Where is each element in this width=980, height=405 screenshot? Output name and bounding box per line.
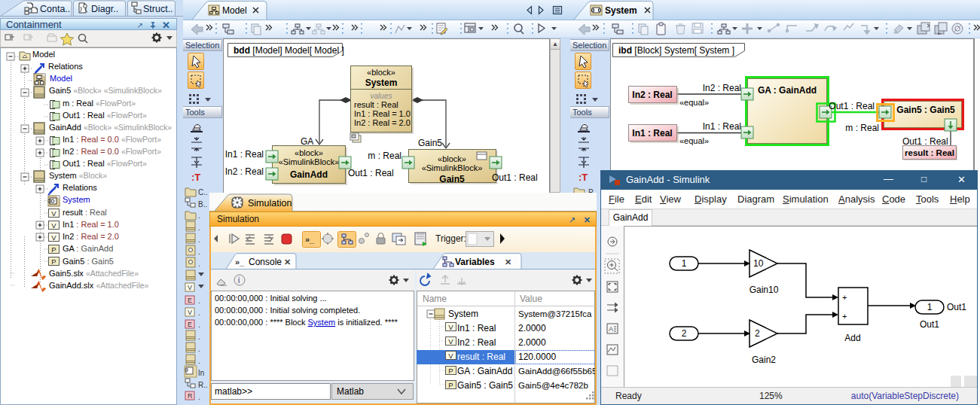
svg-text:Add: Add <box>844 333 860 343</box>
svg-text:00:00:00,000 : Initial solving: 00:00:00,000 : Initial solving ... <box>215 294 327 303</box>
svg-text:Out1: Out1 <box>920 319 939 330</box>
svg-text:.: . <box>198 357 200 365</box>
svg-text:Struct..: Struct.. <box>143 4 173 14</box>
svg-text:C..: C.. <box>198 188 208 196</box>
svg-text:Out1: Out1 <box>947 302 966 312</box>
svg-text:System: System <box>365 78 398 88</box>
svg-text:ibd [Block] System[ System ]: ibd [Block] System[ System ] <box>618 45 734 56</box>
svg-text:1: 1 <box>682 258 687 269</box>
svg-text:result : Real: result : Real <box>354 100 398 109</box>
svg-text:GA : GainAdd: GA : GainAdd <box>457 366 512 376</box>
svg-text:Model: Model <box>222 5 247 16</box>
svg-text:Out1 : Real: Out1 : Real <box>829 101 875 111</box>
svg-text:Gain5: Gain5 <box>418 138 442 148</box>
svg-text:bdd [Model] Model[ Model ]: bdd [Model] Model[ Model ] <box>234 45 344 56</box>
svg-text:.: . <box>198 248 200 256</box>
svg-text:System@37215fca: System@37215fca <box>518 309 592 318</box>
svg-text:Value: Value <box>520 294 542 304</box>
svg-text:values: values <box>371 92 392 100</box>
svg-text:.: . <box>198 236 200 244</box>
svg-text:result : Real: result : Real <box>457 352 505 362</box>
svg-text:»_: »_ <box>305 235 315 244</box>
svg-text:In2 : Real: In2 : Real <box>632 90 672 100</box>
svg-text:Gain10: Gain10 <box>750 285 779 295</box>
svg-text:In2 : Real: In2 : Real <box>225 166 264 177</box>
svg-text:Gain2: Gain2 <box>752 355 776 365</box>
svg-text:B..: B.. <box>198 200 207 209</box>
svg-text:«equal»: «equal» <box>679 98 709 107</box>
svg-text:System: System <box>605 5 637 16</box>
svg-text:Trigger:: Trigger: <box>435 233 466 244</box>
svg-text:2.0000: 2.0000 <box>518 337 546 348</box>
svg-text:.: . <box>198 333 200 341</box>
svg-text:2: 2 <box>755 328 760 339</box>
svg-text:«block»: «block» <box>438 154 466 163</box>
svg-text:In1 : Real: In1 : Real <box>703 121 741 132</box>
svg-text:Gain5 : Gain5: Gain5 : Gain5 <box>896 105 955 115</box>
svg-text:In1 : Real: In1 : Real <box>457 323 496 333</box>
svg-text:In: In <box>198 369 204 377</box>
svg-text:In2 : Real: In2 : Real <box>457 337 496 348</box>
svg-text:+: + <box>842 293 847 302</box>
svg-text:«equal»: «equal» <box>679 136 709 145</box>
svg-text:V: V <box>188 284 192 291</box>
svg-text:In1 : Real = 1.0: In1 : Real = 1.0 <box>354 109 411 118</box>
svg-text:»_: »_ <box>235 257 245 266</box>
svg-text::T: :T <box>191 172 200 182</box>
svg-text:✕: ✕ <box>505 257 511 266</box>
svg-text:Conta..: Conta.. <box>40 4 70 14</box>
svg-text:R: R <box>188 392 193 400</box>
svg-text:.: . <box>198 260 200 268</box>
svg-text:Variables: Variables <box>455 257 495 267</box>
svg-text:00:00:00,000 : **** Block Syst: 00:00:00,000 : **** Block System is init… <box>215 318 398 327</box>
svg-text:GainAdd: GainAdd <box>290 169 328 180</box>
svg-text:✕: ✕ <box>284 257 291 266</box>
svg-text:120.0000: 120.0000 <box>518 352 556 362</box>
svg-text:.: . <box>198 309 200 317</box>
svg-text:.: . <box>198 321 200 329</box>
svg-text:.: . <box>198 297 200 305</box>
svg-text:2.0000: 2.0000 <box>518 323 546 333</box>
svg-text:Diagr..: Diagr.. <box>91 4 118 14</box>
svg-text:Simulation: Simulation <box>248 198 292 209</box>
svg-text:i: i <box>238 276 240 285</box>
svg-text:+: + <box>842 312 847 321</box>
svg-text:Name: Name <box>423 294 447 304</box>
svg-text:GainAdd@66f55b65: GainAdd@66f55b65 <box>518 367 595 376</box>
svg-text:.: . <box>198 393 200 401</box>
svg-text:«SimulinkBlock»: «SimulinkBlock» <box>422 163 483 172</box>
svg-text:GA: GA <box>301 136 313 147</box>
svg-text:A: A <box>609 325 613 333</box>
svg-text:Gain5@4e4c782b: Gain5@4e4c782b <box>518 381 588 390</box>
svg-text:Console: Console <box>249 257 282 267</box>
svg-text:GA : GainAdd: GA : GainAdd <box>758 85 817 96</box>
svg-text:R..: R.. <box>198 381 208 389</box>
svg-text:m : Real: m : Real <box>845 123 879 133</box>
svg-text:result : Real: result : Real <box>905 148 954 157</box>
svg-text:Out1 : Real: Out1 : Real <box>348 168 394 178</box>
svg-text::T: :T <box>579 172 588 183</box>
svg-text:E: E <box>188 321 192 328</box>
svg-text:Gain5 : Gain5: Gain5 : Gain5 <box>457 380 513 391</box>
svg-text:00:00:00,000 : Initial solving: 00:00:00,000 : Initial solving completed… <box>215 306 360 315</box>
svg-text:Matlab: Matlab <box>337 386 364 397</box>
svg-text:V: V <box>188 309 192 316</box>
svg-text:Out1 : Real: Out1 : Real <box>492 172 538 183</box>
svg-text:.: . <box>198 345 200 353</box>
svg-text:In1 : Real: In1 : Real <box>225 149 264 160</box>
svg-text:«SimulinkBlock»: «SimulinkBlock» <box>279 157 340 166</box>
svg-text:E: E <box>188 297 192 304</box>
svg-text:«block»: «block» <box>295 148 323 157</box>
svg-text:1: 1 <box>927 302 933 312</box>
svg-text:System: System <box>448 309 478 319</box>
svg-text:In2 : Real: In2 : Real <box>703 83 741 93</box>
svg-text:m : Real: m : Real <box>368 151 401 161</box>
svg-text:10: 10 <box>753 258 764 269</box>
svg-text:2: 2 <box>682 328 687 339</box>
svg-text:.: . <box>198 224 200 232</box>
svg-text:matlab>>: matlab>> <box>215 386 252 397</box>
svg-text:In2 : Real = 2.0: In2 : Real = 2.0 <box>354 118 411 127</box>
svg-text:Out1 : Real: Out1 : Real <box>902 136 948 147</box>
svg-text:.: . <box>198 212 200 220</box>
svg-text:In1 : Real: In1 : Real <box>632 128 672 139</box>
